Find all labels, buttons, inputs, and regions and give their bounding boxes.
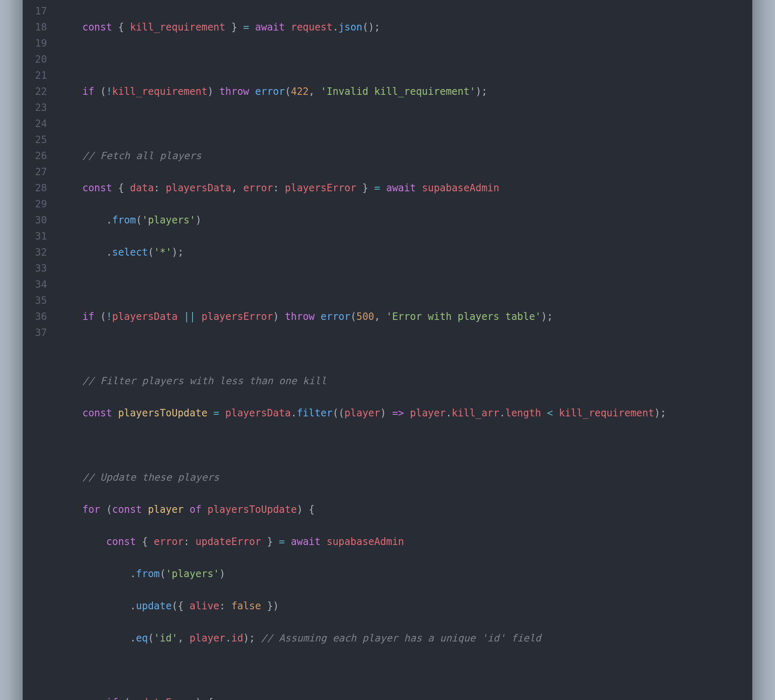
line-number: 23 <box>35 100 47 116</box>
line-number: 35 <box>35 293 47 309</box>
line-number: 37 <box>35 325 47 341</box>
line-number: 34 <box>35 277 47 293</box>
line-number: 17 <box>35 3 47 19</box>
code-line <box>59 341 666 357</box>
code-line: .update({ alive: false }) <box>59 598 666 614</box>
line-number: 20 <box>35 52 47 68</box>
line-number: 24 <box>35 116 47 132</box>
code-line: if (updateError) { <box>59 695 666 700</box>
line-number: 30 <box>35 212 47 228</box>
code-line <box>59 52 666 68</box>
line-number: 25 <box>35 132 47 148</box>
code-line: .eq('id', player.id); // Assuming each p… <box>59 630 666 646</box>
line-number: 32 <box>35 244 47 261</box>
line-number: 26 <box>35 148 47 164</box>
line-number-gutter: 1234567891011121314151617181920212223242… <box>35 0 59 700</box>
code-line <box>59 116 666 132</box>
code-line: // Filter players with less than one kil… <box>59 373 666 389</box>
line-number: 16 <box>35 0 47 3</box>
line-number: 27 <box>35 164 47 180</box>
line-number: 31 <box>35 228 47 244</box>
line-number: 22 <box>35 84 47 100</box>
code-line <box>59 277 666 293</box>
code-line: const { data: playersData, error: player… <box>59 180 666 196</box>
line-number: 29 <box>35 196 47 212</box>
code-line: if (!kill_requirement) throw error(422, … <box>59 84 666 100</box>
line-number: 21 <box>35 68 47 84</box>
code-line: // Update these players <box>59 470 666 486</box>
code-line: for (const player of playersToUpdate) { <box>59 502 666 518</box>
code-line: .from('players') <box>59 566 666 582</box>
code-line <box>59 0 666 3</box>
code-content[interactable]: import { error, json } from '@sveltejs/k… <box>59 0 666 700</box>
line-number: 28 <box>35 180 47 196</box>
code-line: // Fetch all players <box>59 148 666 164</box>
code-line: const { kill_requirement } = await reque… <box>59 19 666 35</box>
line-number: 36 <box>35 309 47 325</box>
line-number: 33 <box>35 261 47 277</box>
code-line: .from('players') <box>59 212 666 228</box>
code-line <box>59 662 666 679</box>
line-number: 18 <box>35 19 47 35</box>
code-line: if (!playersData || playersError) throw … <box>59 309 666 325</box>
code-line: const { error: updateError } = await sup… <box>59 534 666 550</box>
code-window: 1234567891011121314151617181920212223242… <box>23 0 752 700</box>
code-line <box>59 437 666 453</box>
line-number: 19 <box>35 35 47 52</box>
code-editor[interactable]: 1234567891011121314151617181920212223242… <box>23 0 752 700</box>
code-line: .select('*'); <box>59 244 666 261</box>
code-line: const playersToUpdate = playersData.filt… <box>59 405 666 421</box>
